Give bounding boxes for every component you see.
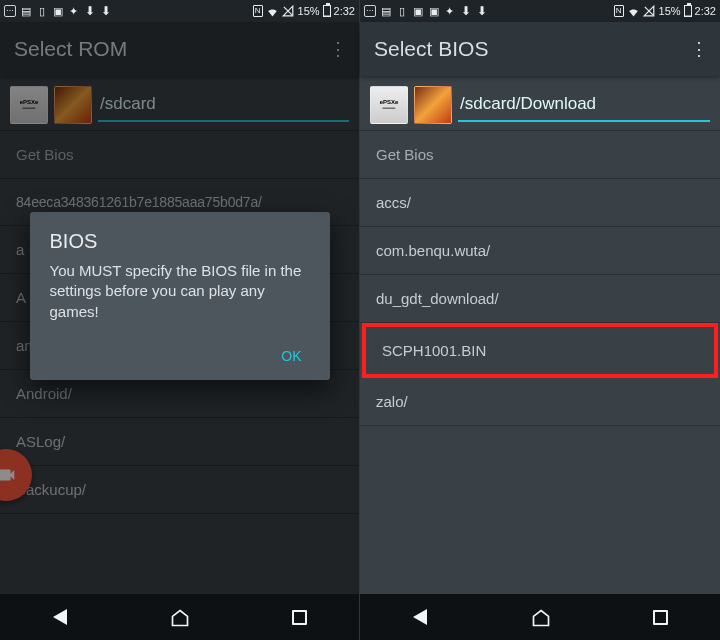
path-row: ePSXe═══ /sdcard — [0, 76, 359, 131]
status-bar: ⋯ ▤ ▯ ▣ ✦ ⬇ ⬇ N 15% 2:32 — [0, 0, 359, 22]
image-icon: ▣ — [51, 5, 64, 18]
nav-bar — [360, 594, 720, 640]
list-item[interactable]: Get Bios — [0, 131, 359, 179]
dialog-title: BIOS — [50, 230, 310, 253]
screen-title: Select BIOS — [374, 37, 488, 61]
list-item[interactable]: com.benqu.wuta/ — [360, 227, 720, 275]
app-bar: Select ROM ⋮ — [0, 22, 359, 76]
current-path-field[interactable]: /sdcard/Download — [458, 88, 710, 122]
screen-title: Select ROM — [14, 37, 127, 61]
tile-icon: ▤ — [379, 5, 392, 18]
list-item[interactable]: ASLog/ — [0, 418, 359, 466]
wifi-icon — [266, 5, 279, 18]
nav-home-button[interactable] — [510, 608, 570, 626]
camera-icon: ✦ — [67, 5, 80, 18]
phone-left: ⋯ ▤ ▯ ▣ ✦ ⬇ ⬇ N 15% 2:32 — [0, 0, 360, 640]
battery-saver-icon: ▯ — [395, 5, 408, 18]
status-right-icons: N 15% 2:32 — [614, 5, 716, 18]
download-icon-2: ⬇ — [99, 5, 112, 18]
thumbnail-epsxe[interactable]: ePSXe═══ — [370, 86, 408, 124]
list-item[interactable]: accs/ — [360, 179, 720, 227]
status-left-icons: ⋯ ▤ ▯ ▣ ▣ ✦ ⬇ ⬇ — [364, 5, 488, 18]
bios-dialog: BIOS You MUST specify the BIOS file in t… — [30, 212, 330, 380]
nav-home-button[interactable] — [149, 608, 209, 626]
tile-icon: ▤ — [19, 5, 32, 18]
list-item-highlighted[interactable]: SCPH1001.BIN — [362, 323, 718, 378]
thumbnail-epsxe[interactable]: ePSXe═══ — [10, 86, 48, 124]
phone-right: ⋯ ▤ ▯ ▣ ▣ ✦ ⬇ ⬇ N 15% 2:32 — [360, 0, 720, 640]
overflow-menu-icon[interactable]: ⋮ — [329, 40, 345, 58]
download-icon: ⬇ — [459, 5, 472, 18]
thumbnail-game[interactable] — [414, 86, 452, 124]
nav-bar — [0, 594, 359, 640]
clock: 2:32 — [334, 5, 355, 17]
wifi-icon — [627, 5, 640, 18]
no-signal-icon — [643, 5, 656, 18]
side-by-side-screenshots: ⋯ ▤ ▯ ▣ ✦ ⬇ ⬇ N 15% 2:32 — [0, 0, 720, 640]
download-icon: ⬇ — [83, 5, 96, 18]
battery-icon — [684, 5, 692, 17]
overflow-menu-icon[interactable]: ⋮ — [690, 40, 706, 58]
nav-recents-button[interactable] — [269, 610, 329, 625]
current-path-field[interactable]: /sdcard — [98, 88, 349, 122]
no-signal-icon — [282, 5, 295, 18]
nav-back-button[interactable] — [390, 609, 450, 625]
battery-icon — [323, 5, 331, 17]
nav-back-button[interactable] — [30, 609, 90, 625]
path-row: ePSXe═══ /sdcard/Download — [360, 76, 720, 131]
clock: 2:32 — [695, 5, 716, 17]
status-right-icons: N 15% 2:32 — [253, 5, 355, 18]
app-bar: Select BIOS ⋮ — [360, 22, 720, 76]
battery-percent: 15% — [659, 5, 681, 17]
list-item[interactable]: zalo/ — [360, 378, 720, 426]
list-item[interactable]: du_gdt_download/ — [360, 275, 720, 323]
nfc-icon: N — [253, 5, 263, 17]
image-icon: ▣ — [411, 5, 424, 18]
status-bar: ⋯ ▤ ▯ ▣ ▣ ✦ ⬇ ⬇ N 15% 2:32 — [360, 0, 720, 22]
battery-saver-icon: ▯ — [35, 5, 48, 18]
dialog-ok-button[interactable]: OK — [273, 342, 309, 370]
file-list: Get Bios accs/ com.benqu.wuta/ du_gdt_do… — [360, 131, 720, 594]
image-icon-2: ▣ — [427, 5, 440, 18]
dialog-body: You MUST specify the BIOS file in the se… — [50, 261, 310, 322]
battery-percent: 15% — [298, 5, 320, 17]
camera-icon: ✦ — [443, 5, 456, 18]
notif-icon: ⋯ — [364, 5, 376, 17]
notif-icon: ⋯ — [4, 5, 16, 17]
list-item[interactable]: Backucup/ — [0, 466, 359, 514]
status-left-icons: ⋯ ▤ ▯ ▣ ✦ ⬇ ⬇ — [4, 5, 112, 18]
nfc-icon: N — [614, 5, 624, 17]
thumbnail-game[interactable] — [54, 86, 92, 124]
list-item[interactable]: Get Bios — [360, 131, 720, 179]
download-icon-2: ⬇ — [475, 5, 488, 18]
nav-recents-button[interactable] — [630, 610, 690, 625]
